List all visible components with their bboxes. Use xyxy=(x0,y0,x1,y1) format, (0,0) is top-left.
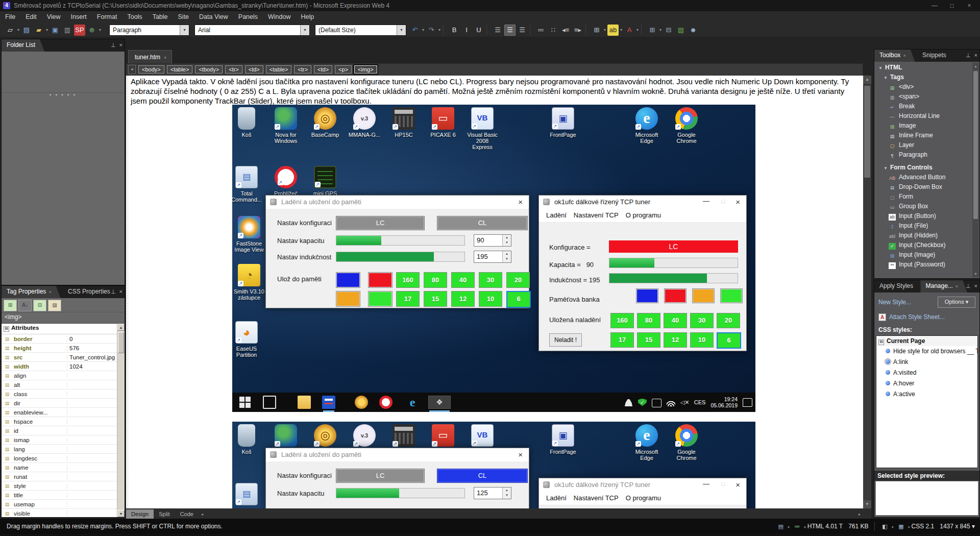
font-color-icon[interactable]: A▾ xyxy=(624,25,635,36)
paragraph-style-select[interactable]: Paragraph ▾ xyxy=(109,25,189,36)
table-icon[interactable]: ⊞▾ xyxy=(647,25,658,36)
toolbox-group-tags[interactable]: ▼Tags xyxy=(874,72,972,82)
view-tab[interactable]: Code xyxy=(175,509,199,519)
scroll-right-icon[interactable]: ▸ xyxy=(856,510,863,519)
breadcrumb-tag[interactable]: <img> xyxy=(354,65,377,74)
close-button[interactable]: × xyxy=(961,0,978,11)
chevron-down-icon[interactable]: ▾ xyxy=(397,25,406,35)
toolbox-group-html[interactable]: ▼HTML xyxy=(874,63,972,72)
pin-icon[interactable]: ⊥ xyxy=(111,42,116,48)
maximize-button[interactable]: □ xyxy=(943,0,961,11)
breadcrumb-tag[interactable]: <table> xyxy=(167,65,193,74)
style-application-icon[interactable]: ≔▾ xyxy=(793,522,802,530)
tuner-control-image-2[interactable]: Koš Nova for Windows ◎ BaseCamp v.3 MMAN… xyxy=(232,422,755,508)
breadcrumb-tag[interactable]: <tr> xyxy=(225,65,242,74)
toolbox-item[interactable]: ▧Image xyxy=(874,121,972,131)
menu-item[interactable]: Format xyxy=(92,11,122,23)
close-icon[interactable]: × xyxy=(119,288,122,295)
superpreview-icon[interactable]: SP▾ xyxy=(74,25,85,36)
picture-icon[interactable]: ▧▾ xyxy=(675,25,687,36)
pin-icon[interactable]: ⊥ xyxy=(966,283,971,289)
menu-item[interactable]: Edit xyxy=(20,11,42,23)
attributes-section-header[interactable]: ⊟Attributes xyxy=(2,324,125,334)
attribute-value[interactable]: 0 xyxy=(67,336,125,342)
style-item[interactable]: A:visited xyxy=(876,368,977,378)
doctype-indicator[interactable]: HTML 4.01 T xyxy=(807,523,843,530)
manage-styles-tab[interactable]: Manage...× xyxy=(920,280,967,293)
tag-properties-tab[interactable]: Tag Properties× xyxy=(2,286,61,298)
breadcrumb-tag[interactable]: <td> xyxy=(314,65,332,74)
close-icon[interactable]: × xyxy=(974,52,977,58)
toolbox-item[interactable]: ▭Group Box xyxy=(874,202,972,211)
toolbox-item[interactable]: ABAdvanced Button xyxy=(874,173,972,182)
menu-item[interactable]: Tools xyxy=(122,11,147,23)
minimize-button[interactable]: — xyxy=(926,0,943,11)
menu-item[interactable]: Site xyxy=(173,11,194,23)
menu-item[interactable]: Panels xyxy=(233,11,263,23)
page-dimensions[interactable]: 1437 x 845 ▾ xyxy=(940,523,975,530)
toolbox-item[interactable]: ▢Form xyxy=(874,192,972,202)
scroll-left-icon[interactable]: ◂ xyxy=(199,510,206,519)
view-tab[interactable]: Split xyxy=(154,509,175,519)
tag-nav-icon[interactable]: ◂ xyxy=(128,65,136,74)
attribute-value[interactable]: 576 xyxy=(67,345,125,351)
menu-item[interactable]: View xyxy=(42,11,66,23)
underline-icon[interactable]: U▾ xyxy=(473,25,484,36)
toolbox-scrollbar[interactable]: ▲ ▼ xyxy=(972,63,979,277)
attributes-scrollbar[interactable]: ▲ ▼ xyxy=(117,324,125,517)
toolbox-item[interactable]: ↵Break xyxy=(874,102,972,111)
toolbox-item[interactable]: **Input (Password) xyxy=(874,260,972,270)
toolbox-item[interactable]: ▥<span> xyxy=(874,92,972,102)
publish-icon[interactable]: ⊕▾ xyxy=(86,25,97,36)
alphabetical-sort-icon[interactable]: A↓ xyxy=(18,300,32,311)
document-tab[interactable]: tuner.htm× xyxy=(128,50,172,63)
pin-icon[interactable]: ⊥ xyxy=(111,288,116,295)
toolbox-item[interactable]: ↥Input (File) xyxy=(874,221,972,231)
toolbox-item[interactable]: ¶Paragraph xyxy=(874,150,972,160)
toolbox-item[interactable]: ▤Inline Frame xyxy=(874,131,972,140)
highlight-icon[interactable]: ab▾ xyxy=(607,25,619,36)
toolbox-item[interactable]: ⊟Drop-Down Box xyxy=(874,182,972,192)
toolbox-tab[interactable]: Toolbox× xyxy=(874,50,915,62)
breadcrumb-tag[interactable]: <tr> xyxy=(294,65,311,74)
redo-icon[interactable]: ↷▾ xyxy=(426,25,437,36)
borders-icon[interactable]: ⊞▾ xyxy=(591,25,602,36)
menu-item[interactable]: Help xyxy=(296,11,320,23)
breadcrumb-tag[interactable]: <table> xyxy=(266,65,292,74)
person-icon[interactable]: ☻▾ xyxy=(688,25,699,36)
apply-styles-tab[interactable]: Apply Styles xyxy=(874,280,918,293)
rendering-mode-icon[interactable]: ◧▾ xyxy=(880,522,890,530)
breadcrumb-tag[interactable]: <tbody> xyxy=(195,65,223,74)
editor-vertical-scrollbar[interactable]: ▲ ▼ xyxy=(863,76,871,508)
toolbox-item[interactable]: ✓Input (Checkbox) xyxy=(874,240,972,250)
pin-icon[interactable]: ⊥ xyxy=(966,52,971,58)
view-tab[interactable]: Design xyxy=(126,509,154,519)
style-item[interactable]: A:hover xyxy=(876,378,977,389)
increase-indent-icon[interactable]: ≡▸▾ xyxy=(572,25,583,36)
toolbox-item[interactable]: ablInput (Hidden) xyxy=(874,231,972,240)
breadcrumb-tag[interactable]: <body> xyxy=(138,65,164,74)
tuner-control-image[interactable]: Koš Nova for Windows ◎ BaseCamp v.3 MMAN… xyxy=(232,105,755,412)
chevron-down-icon[interactable]: ▾ xyxy=(300,25,309,35)
panel-splitter[interactable]: • • • • • xyxy=(2,92,125,97)
folder-list-tab[interactable]: Folder List xyxy=(2,39,44,52)
css-schema-icon[interactable]: ▦▾ xyxy=(897,522,906,530)
menu-item[interactable]: Table xyxy=(148,11,173,23)
margin-guide[interactable] xyxy=(128,76,128,508)
align-center-icon[interactable]: ☰▾ xyxy=(504,25,516,36)
style-item[interactable]: A:active xyxy=(876,389,977,400)
decrease-indent-icon[interactable]: ◂≡▾ xyxy=(560,25,571,36)
undo-icon[interactable]: ↶▾ xyxy=(409,25,421,36)
toolbox-item[interactable]: ▢Layer xyxy=(874,140,972,150)
italic-icon[interactable]: I▾ xyxy=(461,25,472,36)
breadcrumb-tag[interactable]: <td> xyxy=(245,65,263,74)
bullet-list-icon[interactable]: ∷▾ xyxy=(548,25,559,36)
toolbox-item[interactable]: —Horizontal Line xyxy=(874,111,972,121)
numbered-list-icon[interactable]: ≔▾ xyxy=(535,25,547,36)
visual-aids-icon[interactable]: ▤▾ xyxy=(776,522,786,530)
snippets-tab[interactable]: Snippets xyxy=(917,50,951,62)
attribute-value[interactable]: Tuner_control.jpg xyxy=(67,354,125,360)
options-button[interactable]: Options ▾ xyxy=(938,297,975,308)
open-folder-icon[interactable]: ▰▾ xyxy=(33,25,44,36)
style-item[interactable]: Hide style for old browsers __ TH xyxy=(876,346,977,357)
